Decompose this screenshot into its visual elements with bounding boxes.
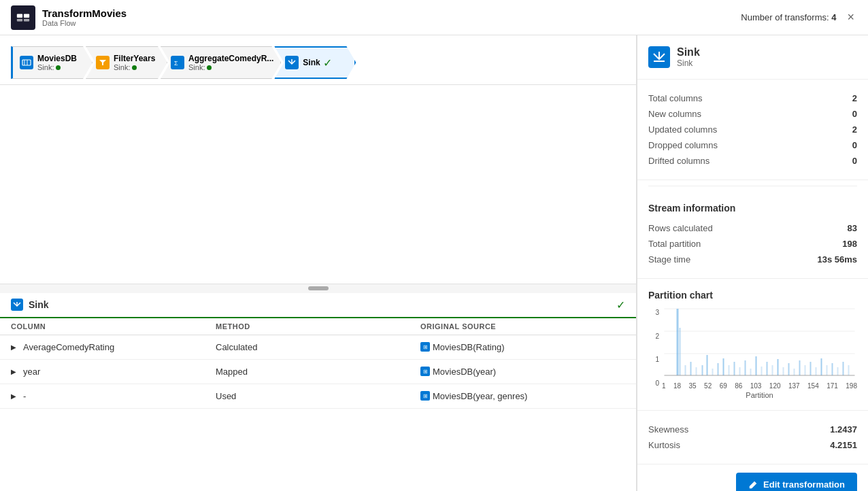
stat-row-stage-time: Stage time 13s 56ms xyxy=(648,252,857,267)
edit-transformation-button[interactable]: Edit transformation xyxy=(736,473,857,491)
stat-label-rows-calc: Rows calculated xyxy=(648,223,713,233)
stat-row: Dropped columns 0 xyxy=(648,137,857,153)
sink-step-icon xyxy=(285,56,299,69)
partition-chart-title: Partition chart xyxy=(648,290,857,301)
col-header-source: ORIGINAL SOURCE xyxy=(420,322,625,331)
app-icon xyxy=(11,5,35,30)
svg-rect-37 xyxy=(783,367,784,375)
app-title: TransformMovies Data Flow xyxy=(42,7,127,27)
stat-row-kurtosis: Kurtosis 4.2151 xyxy=(648,437,857,453)
svg-rect-39 xyxy=(794,369,795,375)
svg-rect-24 xyxy=(712,369,714,375)
header-left: TransformMovies Data Flow xyxy=(11,5,127,30)
pipeline-step-filteryears[interactable]: FilterYears Sink: xyxy=(86,46,167,79)
col-header-method: METHOD xyxy=(216,322,420,331)
svg-rect-21 xyxy=(696,367,697,375)
svg-rect-35 xyxy=(772,365,773,375)
moviesdb-info: MoviesDB Sink: xyxy=(37,54,77,71)
stat-row-skewness: Skewness 1.2437 xyxy=(648,422,857,437)
cell-source-3: ⊞ MoviesDB(year, genres) xyxy=(420,391,625,401)
source-icon-3: ⊞ xyxy=(420,391,430,401)
svg-rect-48 xyxy=(843,362,844,375)
svg-rect-32 xyxy=(756,356,757,375)
header-right: Number of transforms: 4 × xyxy=(741,7,857,27)
moviesdb-name: MoviesDB xyxy=(37,54,77,63)
sink-check-icon: ✓ xyxy=(323,56,332,69)
header: TransformMovies Data Flow Number of tran… xyxy=(0,0,868,35)
right-panel-subtitle: Sink xyxy=(677,58,700,68)
svg-rect-47 xyxy=(837,367,839,375)
stat-label-dropped-cols: Dropped columns xyxy=(648,140,718,150)
sink-step-name: Sink xyxy=(303,58,320,67)
stat-value-kurtosis: 4.2151 xyxy=(830,440,857,450)
pipeline-step-sink[interactable]: Sink ✓ xyxy=(274,46,356,79)
stat-value-dropped-cols: 0 xyxy=(852,140,857,150)
skew-section: Skewness 1.2437 Kurtosis 4.2151 xyxy=(637,411,868,464)
table-header-left: Sink xyxy=(11,299,49,311)
cell-col-2: ▶ year xyxy=(11,367,216,377)
svg-rect-1 xyxy=(24,14,29,18)
cell-source-1: ⊞ MoviesDB(Rating) xyxy=(420,342,625,352)
cell-method-3: Used xyxy=(216,391,420,401)
svg-rect-30 xyxy=(745,360,746,375)
filteryears-icon xyxy=(96,56,110,69)
svg-rect-33 xyxy=(761,367,763,375)
svg-rect-49 xyxy=(848,365,850,375)
table-row: ▶ year Mapped ⊞ MoviesDB(year) xyxy=(0,360,636,384)
stat-value-drifted-cols: 0 xyxy=(852,156,857,166)
partition-chart-section: Partition chart 3 2 1 0 xyxy=(637,279,868,411)
svg-rect-2 xyxy=(17,18,22,21)
close-button[interactable]: × xyxy=(844,7,857,27)
x-axis-labels: 1 18 35 52 69 86 103 120 137 154 171 198 xyxy=(662,382,857,390)
source-icon-2: ⊞ xyxy=(420,367,430,376)
svg-text:Σ: Σ xyxy=(174,60,178,67)
x-axis-label: Partition xyxy=(662,391,857,399)
svg-rect-38 xyxy=(788,363,790,375)
stat-label-partition: Total partition xyxy=(648,239,701,249)
svg-rect-17 xyxy=(677,309,679,375)
stat-label-stage-time: Stage time xyxy=(648,254,690,265)
row-expand-2[interactable]: ▶ xyxy=(11,368,16,375)
svg-rect-22 xyxy=(702,365,703,375)
col-header-column: COLUMN xyxy=(11,322,216,331)
y-axis-labels: 3 2 1 0 xyxy=(648,307,659,399)
stat-label-kurtosis: Kurtosis xyxy=(648,440,680,450)
pipeline-step-moviesdb[interactable]: MoviesDB Sink: xyxy=(11,46,93,79)
sink-panel-icon xyxy=(648,46,670,68)
stat-value-new-cols: 0 xyxy=(852,109,857,119)
app-title-main: TransformMovies xyxy=(42,7,127,19)
right-panel-title: Sink xyxy=(677,46,700,58)
svg-rect-26 xyxy=(723,358,724,375)
svg-rect-36 xyxy=(778,359,779,375)
svg-marker-7 xyxy=(99,60,106,65)
scrollbar-area[interactable] xyxy=(0,284,636,293)
table-row: ▶ - Used ⊞ MoviesDB(year, genres) xyxy=(0,384,636,409)
table-header-row: Sink ✓ xyxy=(0,293,636,318)
aggregate-name: AggregateComedyR... xyxy=(188,54,273,63)
col-headers: COLUMN METHOD ORIGINAL SOURCE xyxy=(0,318,636,335)
edit-btn-container: Edit transformation xyxy=(637,464,868,491)
row-expand-1[interactable]: ▶ xyxy=(11,343,16,351)
filteryears-info: FilterYears Sink: xyxy=(114,54,155,71)
source-icon-1: ⊞ xyxy=(420,342,430,352)
stat-label-updated-cols: Updated columns xyxy=(648,124,717,135)
svg-rect-29 xyxy=(739,367,741,375)
stat-row-rows-calc: Rows calculated 83 xyxy=(648,220,857,236)
pipeline-step-aggregate[interactable]: Σ AggregateComedyR... Sink: xyxy=(161,46,281,79)
row-expand-3[interactable]: ▶ xyxy=(11,392,16,400)
stat-label-skewness: Skewness xyxy=(648,424,688,435)
svg-rect-25 xyxy=(718,363,719,375)
table-check-icon: ✓ xyxy=(616,299,625,311)
svg-rect-44 xyxy=(821,358,822,375)
table-sink-icon xyxy=(11,299,23,311)
pipeline-steps: MoviesDB Sink: FilterYears Sink: xyxy=(11,46,625,79)
svg-rect-3 xyxy=(24,18,29,21)
svg-rect-27 xyxy=(729,365,730,375)
pipeline-area: MoviesDB Sink: FilterYears Sink: xyxy=(0,35,636,85)
svg-rect-4 xyxy=(22,60,31,65)
right-panel-title-group: Sink Sink xyxy=(677,46,700,68)
transforms-count: Number of transforms: 4 xyxy=(741,12,836,22)
table-title: Sink xyxy=(29,299,49,310)
sink-step-info: Sink xyxy=(303,58,320,67)
stat-value-stage-time: 13s 56ms xyxy=(817,254,857,265)
